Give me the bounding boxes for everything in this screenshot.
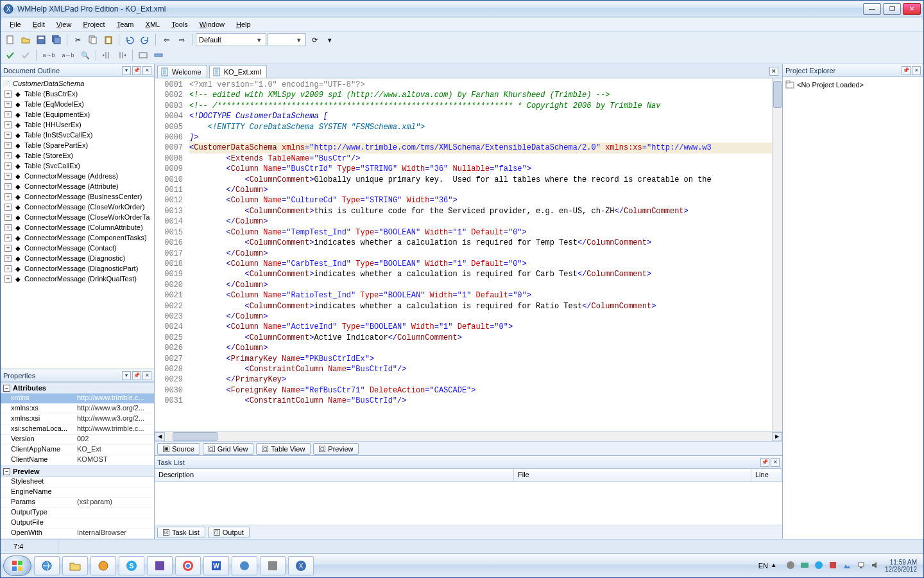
view-tab-table-view[interactable]: ▢Table View [256,443,311,455]
tray-icon[interactable] [828,561,839,571]
menu-window[interactable]: Window [194,19,230,30]
horizontal-scrollbar[interactable]: ◀ ▶ [155,431,782,441]
preview-group-header[interactable]: −Preview [1,466,154,477]
property-row[interactable]: ClientAppNameKO_Ext [1,445,154,455]
open-file-icon[interactable] [19,33,33,47]
expand-icon[interactable]: + [4,121,12,128]
cut-icon[interactable]: ✂ [71,33,85,47]
property-row[interactable]: xsi:schemaLoca...http://www.trimble.c... [1,425,154,435]
scroll-left-icon[interactable]: ◀ [155,432,165,441]
scroll-right-icon[interactable]: ▶ [772,432,782,441]
property-row[interactable]: xmlns:xsihttp://www.w3.org/2... [1,414,154,425]
tray-volume-icon[interactable] [871,561,881,571]
outline-node[interactable]: +◆ConnectorMessage (Attribute) [2,181,153,191]
copy-icon[interactable] [86,33,100,47]
outline-node[interactable]: +◆ConnectorMessage (DrinkQualTest) [2,274,153,284]
property-row[interactable]: EngineName [1,487,154,498]
outline-node[interactable]: +◆Table (SvcCallEx) [2,161,153,171]
close-button[interactable]: ✕ [903,3,921,15]
expand-icon[interactable]: + [4,214,12,221]
tray-clock[interactable]: 11:59 AM12/26/2012 [885,559,917,573]
property-row[interactable]: OpenWithInternalBrowser [1,529,154,539]
tray-icon[interactable] [814,561,825,571]
taskbar-word-icon[interactable]: W [203,556,229,575]
bookmark-icon[interactable] [151,48,166,62]
property-row[interactable]: ClientNameKOMOST [1,455,154,466]
expand-icon[interactable]: + [4,224,12,231]
expand-icon[interactable]: + [4,142,12,149]
project-explorer-tree[interactable]: <No Project Loaded> [783,77,923,539]
outline-node[interactable]: +◆ConnectorMessage (CloseWorkOrderTa [2,212,153,222]
outline-node[interactable]: +◆ConnectorMessage (BusinessCenter) [2,191,153,202]
panel-close-icon[interactable]: ✕ [142,66,151,75]
indent-icon[interactable] [115,48,129,62]
taskbar-app4-icon[interactable] [260,556,286,575]
menu-xml[interactable]: XML [141,19,166,30]
comment-icon[interactable] [136,48,150,62]
editor-tab[interactable]: KO_Ext.xml [209,65,267,78]
replace-a-b-icon[interactable]: a↔b [59,48,77,62]
menu-tools[interactable]: Tools [166,19,193,30]
tray-lang[interactable]: EN [758,562,768,570]
expand-icon[interactable]: + [4,101,12,108]
save-icon[interactable] [34,33,48,47]
menu-edit[interactable]: Edit [28,19,50,30]
menu-team[interactable]: Team [112,19,139,30]
outline-tree[interactable]: 📄CustomerDataSchema+◆Table (BusCtrEx)+◆T… [1,77,154,369]
outline-node[interactable]: +◆ConnectorMessage (CloseWorkOrder) [2,202,153,212]
expand-icon[interactable]: + [4,111,12,118]
outline-node[interactable]: +◆ConnectorMessage (ColumnAttribute) [2,222,153,232]
menu-help[interactable]: Help [231,19,256,30]
panel-pin-icon[interactable]: 📌 [760,458,769,467]
taskbar-ie-icon[interactable] [34,556,60,575]
col-description[interactable]: Description [155,469,514,481]
expand-icon[interactable]: + [4,132,12,139]
attributes-group-header[interactable]: −Attributes [1,382,154,394]
menu-file[interactable]: File [4,19,26,30]
panel-pin-icon[interactable]: 📌 [132,371,141,380]
property-row[interactable]: OutputType [1,508,154,518]
property-row[interactable]: Version002 [1,435,154,445]
bottom-tab-output[interactable]: ▢Output [208,527,250,538]
save-all-icon[interactable] [49,33,64,47]
expand-icon[interactable]: + [4,183,12,190]
expand-icon[interactable]: + [4,91,12,98]
outdent-icon[interactable] [99,48,114,62]
back-nav-icon[interactable]: ⇦ [159,33,173,47]
vertical-scrollbar[interactable] [772,78,782,431]
taskbar-app3-icon[interactable] [232,556,257,575]
outline-node[interactable]: +◆Table (BusCtrEx) [2,89,153,99]
start-button[interactable] [3,556,31,576]
bottom-tab-task-list[interactable]: ☑Task List [157,527,205,538]
expand-icon[interactable]: + [4,245,12,252]
outline-node[interactable]: +◆ConnectorMessage (Address) [2,171,153,181]
tray-icon[interactable] [786,561,796,571]
expand-icon[interactable]: + [4,193,12,200]
outline-node[interactable]: +◆Table (HHUserEx) [2,119,153,130]
property-row[interactable]: xmlnshttp://www.trimble.c... [1,394,154,404]
outline-node[interactable]: +◆Table (SparePartEx) [2,140,153,150]
panel-close-icon[interactable]: ✕ [912,66,921,75]
outline-root[interactable]: CustomerDataSchema [13,80,84,87]
panel-dropdown-icon[interactable]: ▾ [122,371,131,380]
dropdown-icon[interactable]: ▾ [323,33,337,47]
invalidate-icon[interactable] [19,48,33,62]
expand-icon[interactable]: + [4,265,12,272]
outline-node[interactable]: +◆Table (StoreEx) [2,150,153,161]
tray-network-icon[interactable] [857,561,867,571]
property-row[interactable]: Params(xsl:param) [1,498,154,508]
fwd-nav-icon[interactable]: ⇨ [175,33,189,47]
expand-icon[interactable]: + [4,152,12,159]
new-file-icon[interactable] [3,33,17,47]
expand-icon[interactable]: + [4,204,12,211]
expand-icon[interactable]: + [4,255,12,262]
validate-icon[interactable] [3,48,17,62]
tray-up-icon[interactable]: ▴ [772,561,782,571]
expand-icon[interactable]: + [4,276,12,283]
col-line[interactable]: Line [751,469,782,481]
taskbar-app-icon[interactable] [90,556,116,575]
outline-node[interactable]: +◆ConnectorMessage (ComponentTasks) [2,232,153,243]
redo-icon[interactable] [138,33,152,47]
minimize-button[interactable]: — [863,3,881,15]
style-combo-2[interactable]: ▾ [268,33,306,46]
